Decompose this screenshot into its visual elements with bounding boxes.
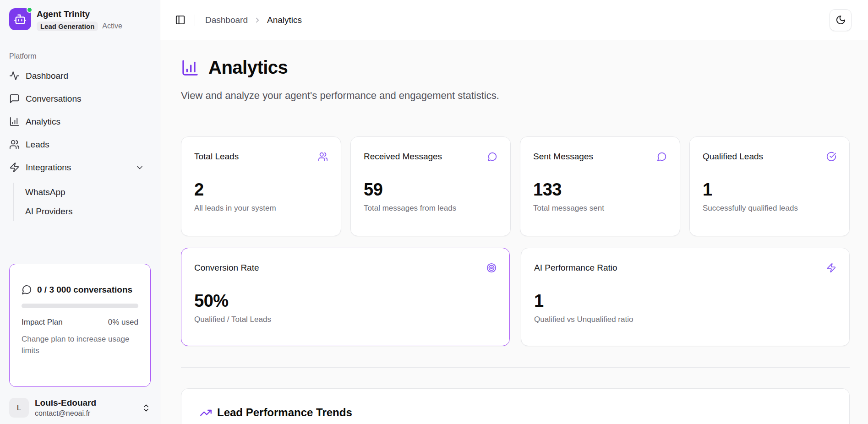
bar-chart-icon [181,59,199,77]
stat-title: Sent Messages [533,152,593,162]
stat-title: Qualified Leads [703,152,763,162]
trending-up-icon [200,407,212,419]
sidebar-item-label: Integrations [26,163,71,173]
message-circle-icon [22,284,32,295]
panel-left-icon [175,15,186,25]
sidebar-item-label: Dashboard [26,71,68,81]
user-menu[interactable]: L Louis-Edouard contact@neoai.fr [9,395,151,418]
stat-description: Total messages sent [533,204,667,213]
agent-status: Active [102,22,122,30]
chevron-right-icon [253,16,262,24]
user-name: Louis-Edouard [35,398,96,408]
zap-icon [9,162,20,173]
stat-description: All leads in your system [194,204,328,213]
stat-title: AI Performance Ratio [534,263,617,273]
agent-name: Agent Trinity [37,9,122,20]
moon-icon [835,15,846,25]
stat-card-sent-messages: Sent Messages 133 Total messages sent [520,136,680,236]
subnav-item-label: WhatsApp [25,187,66,197]
brand-header: Agent Trinity Lead Generation Active [9,8,151,31]
activity-icon [9,71,20,81]
breadcrumb-dashboard[interactable]: Dashboard [205,15,248,25]
bot-icon [14,13,27,26]
stat-description: Total messages from leads [364,204,497,213]
sidebar-item-label: Conversations [26,94,81,104]
sidebar-item-whatsapp[interactable]: WhatsApp [25,183,151,202]
stat-value: 1 [703,180,836,200]
plan-name: Impact Plan [22,318,63,327]
page-title: Analytics [208,57,288,78]
sidebar-item-label: Analytics [26,117,60,127]
highlight-grid: Conversion Rate 50% Qualified / Total Le… [181,248,850,346]
breadcrumb-current: Analytics [267,15,302,25]
topbar-divider [195,15,195,26]
target-icon [486,263,497,273]
brand-logo [9,8,31,30]
sidebar-item-analytics[interactable]: Analytics [9,112,151,131]
stat-value: 59 [364,180,497,200]
stat-description: Successfully qualified leads [703,204,836,213]
usage-hint: Change plan to increase usage limits [22,334,134,356]
users-icon [9,139,20,150]
sidebar-nav: Dashboard Conversations Analytics Leads [9,66,151,221]
zap-icon [826,263,836,273]
lead-performance-trends-card: Lead Performance Trends [181,388,850,424]
message-circle-icon [487,152,497,162]
bar-chart-icon [9,116,20,127]
stat-value: 50% [194,291,497,311]
topbar: Dashboard Analytics [160,0,868,40]
users-icon [318,152,328,162]
stat-card-qualified-leads: Qualified Leads 1 Successfully qualified… [689,136,850,236]
sidebar-item-ai-providers[interactable]: AI Providers [25,202,151,221]
usage-percent: 0% used [108,318,138,327]
stat-description: Qualified vs Unqualified ratio [534,315,836,324]
avatar: L [9,398,29,418]
sidebar: Agent Trinity Lead Generation Active Pla… [0,0,160,424]
conversation-usage-counter: 0 / 3 000 conversations [37,285,132,295]
theme-toggle-button[interactable] [830,9,852,31]
stat-card-total-leads: Total Leads 2 All leads in your system [181,136,341,236]
page-subtitle: View and analyze your agent's performanc… [181,90,850,102]
online-status-dot [27,7,33,13]
stat-card-received-messages: Received Messages 59 Total messages from… [350,136,511,236]
subnav-item-label: AI Providers [25,207,72,217]
chevrons-up-down-icon [142,403,151,413]
sidebar-item-integrations[interactable]: Integrations [9,158,151,177]
stat-value: 2 [194,180,328,200]
stat-card-ai-performance: AI Performance Ratio 1 Qualified vs Unqu… [521,248,850,346]
message-square-icon [9,93,20,104]
agent-type-badge: Lead Generation [37,22,98,31]
sidebar-item-dashboard[interactable]: Dashboard [9,66,151,86]
user-email: contact@neoai.fr [35,409,96,418]
stat-card-conversion-rate: Conversion Rate 50% Qualified / Total Le… [181,248,510,346]
stat-value: 133 [533,180,667,200]
sidebar-toggle-button[interactable] [173,13,187,27]
message-circle-icon [657,152,667,162]
sidebar-item-label: Leads [26,140,49,150]
stat-description: Qualified / Total Leads [194,315,497,324]
integrations-submenu: WhatsApp AI Providers [13,183,151,221]
trends-section-title: Lead Performance Trends [217,406,352,419]
stat-title: Total Leads [194,152,239,162]
sidebar-item-conversations[interactable]: Conversations [9,89,151,109]
main-area: Dashboard Analytics Analytics View and a… [160,0,868,424]
check-circle-icon [826,152,836,162]
sidebar-section-label: Platform [9,52,151,60]
stat-value: 1 [534,291,836,311]
usage-progress-bar [22,304,138,308]
chevron-down-icon [135,163,144,172]
sidebar-item-leads[interactable]: Leads [9,135,151,154]
usage-plan-card[interactable]: 0 / 3 000 conversations Impact Plan 0% u… [9,264,151,387]
section-divider [181,367,850,368]
stat-title: Conversion Rate [194,263,259,273]
stat-title: Received Messages [364,152,442,162]
page-content: Analytics View and analyze your agent's … [160,40,868,424]
app-root: Agent Trinity Lead Generation Active Pla… [0,0,868,424]
stats-grid: Total Leads 2 All leads in your system R… [181,136,850,236]
